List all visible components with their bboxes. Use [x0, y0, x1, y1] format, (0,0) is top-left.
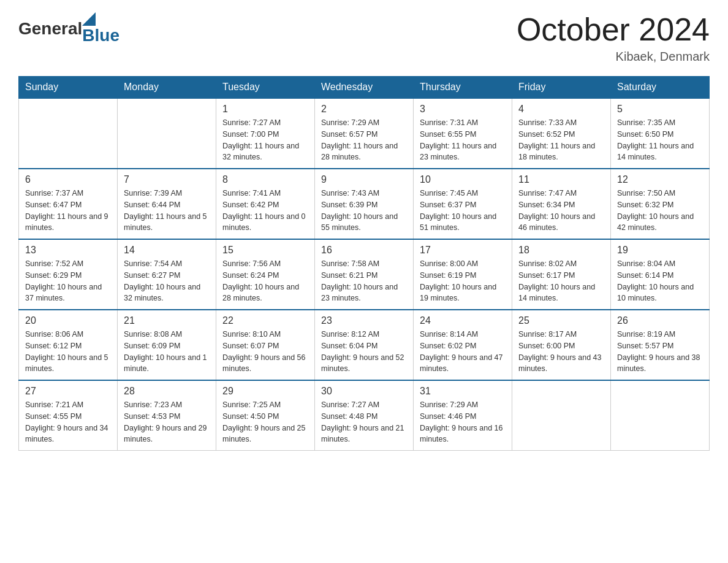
day-info: Sunrise: 7:33 AMSunset: 6:52 PMDaylight:… [518, 117, 604, 163]
day-number: 31 [420, 386, 506, 397]
day-number: 20 [25, 315, 111, 326]
calendar-week-row: 1Sunrise: 7:27 AMSunset: 7:00 PMDaylight… [19, 98, 710, 169]
day-number: 21 [124, 315, 210, 326]
weekday-header-monday: Monday [118, 77, 216, 99]
weekday-header-row: SundayMondayTuesdayWednesdayThursdayFrid… [19, 77, 710, 99]
calendar-cell: 29Sunrise: 7:25 AMSunset: 4:50 PMDayligh… [216, 380, 315, 451]
svg-marker-0 [82, 12, 96, 26]
calendar-cell: 21Sunrise: 8:08 AMSunset: 6:09 PMDayligh… [118, 310, 216, 380]
day-info: Sunrise: 7:41 AMSunset: 6:42 PMDaylight:… [222, 188, 308, 234]
day-info: Sunrise: 8:04 AMSunset: 6:14 PMDaylight:… [617, 258, 703, 304]
calendar-cell: 31Sunrise: 7:29 AMSunset: 4:46 PMDayligh… [414, 380, 512, 451]
calendar-cell: 3Sunrise: 7:31 AMSunset: 6:55 PMDaylight… [414, 98, 512, 169]
day-number: 28 [124, 386, 210, 397]
calendar-cell: 28Sunrise: 7:23 AMSunset: 4:53 PMDayligh… [118, 380, 216, 451]
day-number: 13 [25, 245, 111, 256]
calendar-cell: 1Sunrise: 7:27 AMSunset: 7:00 PMDaylight… [216, 98, 315, 169]
day-info: Sunrise: 7:54 AMSunset: 6:27 PMDaylight:… [124, 258, 210, 304]
weekday-header-friday: Friday [512, 77, 611, 99]
calendar-cell: 2Sunrise: 7:29 AMSunset: 6:57 PMDaylight… [315, 98, 414, 169]
calendar-cell [118, 98, 216, 169]
day-info: Sunrise: 7:56 AMSunset: 6:24 PMDaylight:… [222, 258, 308, 304]
day-number: 19 [617, 245, 703, 256]
calendar-cell: 20Sunrise: 8:06 AMSunset: 6:12 PMDayligh… [19, 310, 118, 380]
calendar-cell: 9Sunrise: 7:43 AMSunset: 6:39 PMDaylight… [315, 169, 414, 239]
calendar-cell: 8Sunrise: 7:41 AMSunset: 6:42 PMDaylight… [216, 169, 315, 239]
day-info: Sunrise: 7:21 AMSunset: 4:55 PMDaylight:… [25, 399, 111, 445]
weekday-header-sunday: Sunday [19, 77, 118, 99]
calendar-table: SundayMondayTuesdayWednesdayThursdayFrid… [18, 76, 710, 451]
day-number: 7 [124, 174, 210, 185]
day-number: 3 [420, 104, 506, 115]
calendar-cell: 18Sunrise: 8:02 AMSunset: 6:17 PMDayligh… [512, 239, 611, 310]
calendar-cell: 13Sunrise: 7:52 AMSunset: 6:29 PMDayligh… [19, 239, 118, 310]
day-number: 12 [617, 174, 703, 185]
day-info: Sunrise: 8:00 AMSunset: 6:19 PMDaylight:… [420, 258, 506, 304]
day-info: Sunrise: 7:29 AMSunset: 4:46 PMDaylight:… [420, 399, 506, 445]
calendar-cell [512, 380, 611, 451]
day-info: Sunrise: 7:23 AMSunset: 4:53 PMDaylight:… [124, 399, 210, 445]
calendar-cell: 26Sunrise: 8:19 AMSunset: 5:57 PMDayligh… [611, 310, 710, 380]
calendar-week-row: 20Sunrise: 8:06 AMSunset: 6:12 PMDayligh… [19, 310, 710, 380]
day-info: Sunrise: 7:35 AMSunset: 6:50 PMDaylight:… [617, 117, 703, 163]
calendar-cell: 15Sunrise: 7:56 AMSunset: 6:24 PMDayligh… [216, 239, 315, 310]
calendar-cell: 23Sunrise: 8:12 AMSunset: 6:04 PMDayligh… [315, 310, 414, 380]
title-area: October 2024 Kibaek, Denmark [517, 12, 710, 64]
calendar-cell: 27Sunrise: 7:21 AMSunset: 4:55 PMDayligh… [19, 380, 118, 451]
logo-arrow-icon [82, 12, 96, 26]
day-number: 27 [25, 386, 111, 397]
day-info: Sunrise: 7:52 AMSunset: 6:29 PMDaylight:… [25, 258, 111, 304]
day-number: 9 [321, 174, 407, 185]
day-number: 6 [25, 174, 111, 185]
logo-right: Blue [82, 12, 119, 45]
day-number: 22 [222, 315, 308, 326]
day-info: Sunrise: 7:27 AMSunset: 7:00 PMDaylight:… [222, 117, 308, 163]
month-title: October 2024 [517, 12, 710, 47]
calendar-cell: 17Sunrise: 8:00 AMSunset: 6:19 PMDayligh… [414, 239, 512, 310]
day-info: Sunrise: 8:19 AMSunset: 5:57 PMDaylight:… [617, 329, 703, 375]
calendar-cell: 22Sunrise: 8:10 AMSunset: 6:07 PMDayligh… [216, 310, 315, 380]
day-number: 11 [518, 174, 604, 185]
weekday-header-wednesday: Wednesday [315, 77, 414, 99]
weekday-header-tuesday: Tuesday [216, 77, 315, 99]
day-info: Sunrise: 7:25 AMSunset: 4:50 PMDaylight:… [222, 399, 308, 445]
day-number: 4 [518, 104, 604, 115]
day-info: Sunrise: 8:17 AMSunset: 6:00 PMDaylight:… [518, 329, 604, 375]
day-info: Sunrise: 7:31 AMSunset: 6:55 PMDaylight:… [420, 117, 506, 163]
day-number: 16 [321, 245, 407, 256]
day-number: 17 [420, 245, 506, 256]
day-info: Sunrise: 7:50 AMSunset: 6:32 PMDaylight:… [617, 188, 703, 234]
calendar-cell: 14Sunrise: 7:54 AMSunset: 6:27 PMDayligh… [118, 239, 216, 310]
day-info: Sunrise: 8:06 AMSunset: 6:12 PMDaylight:… [25, 329, 111, 375]
day-info: Sunrise: 7:37 AMSunset: 6:47 PMDaylight:… [25, 188, 111, 234]
day-info: Sunrise: 7:45 AMSunset: 6:37 PMDaylight:… [420, 188, 506, 234]
calendar-cell: 10Sunrise: 7:45 AMSunset: 6:37 PMDayligh… [414, 169, 512, 239]
header: General Blue October 2024 Kibaek, Denmar… [18, 12, 710, 64]
calendar-week-row: 6Sunrise: 7:37 AMSunset: 6:47 PMDaylight… [19, 169, 710, 239]
day-number: 14 [124, 245, 210, 256]
day-number: 2 [321, 104, 407, 115]
day-info: Sunrise: 7:47 AMSunset: 6:34 PMDaylight:… [518, 188, 604, 234]
day-number: 10 [420, 174, 506, 185]
calendar-cell: 24Sunrise: 8:14 AMSunset: 6:02 PMDayligh… [414, 310, 512, 380]
day-info: Sunrise: 8:02 AMSunset: 6:17 PMDaylight:… [518, 258, 604, 304]
day-number: 25 [518, 315, 604, 326]
day-number: 30 [321, 386, 407, 397]
calendar-week-row: 13Sunrise: 7:52 AMSunset: 6:29 PMDayligh… [19, 239, 710, 310]
day-info: Sunrise: 7:58 AMSunset: 6:21 PMDaylight:… [321, 258, 407, 304]
day-info: Sunrise: 8:08 AMSunset: 6:09 PMDaylight:… [124, 329, 210, 375]
logo: General Blue [18, 12, 119, 45]
day-info: Sunrise: 8:14 AMSunset: 6:02 PMDaylight:… [420, 329, 506, 375]
calendar-cell: 11Sunrise: 7:47 AMSunset: 6:34 PMDayligh… [512, 169, 611, 239]
day-info: Sunrise: 7:39 AMSunset: 6:44 PMDaylight:… [124, 188, 210, 234]
day-number: 18 [518, 245, 604, 256]
calendar-cell: 16Sunrise: 7:58 AMSunset: 6:21 PMDayligh… [315, 239, 414, 310]
day-number: 24 [420, 315, 506, 326]
calendar-cell [611, 380, 710, 451]
weekday-header-thursday: Thursday [414, 77, 512, 99]
calendar-cell: 4Sunrise: 7:33 AMSunset: 6:52 PMDaylight… [512, 98, 611, 169]
day-number: 1 [222, 104, 308, 115]
calendar-cell: 25Sunrise: 8:17 AMSunset: 6:00 PMDayligh… [512, 310, 611, 380]
day-info: Sunrise: 7:27 AMSunset: 4:48 PMDaylight:… [321, 399, 407, 445]
location-title: Kibaek, Denmark [517, 50, 710, 64]
